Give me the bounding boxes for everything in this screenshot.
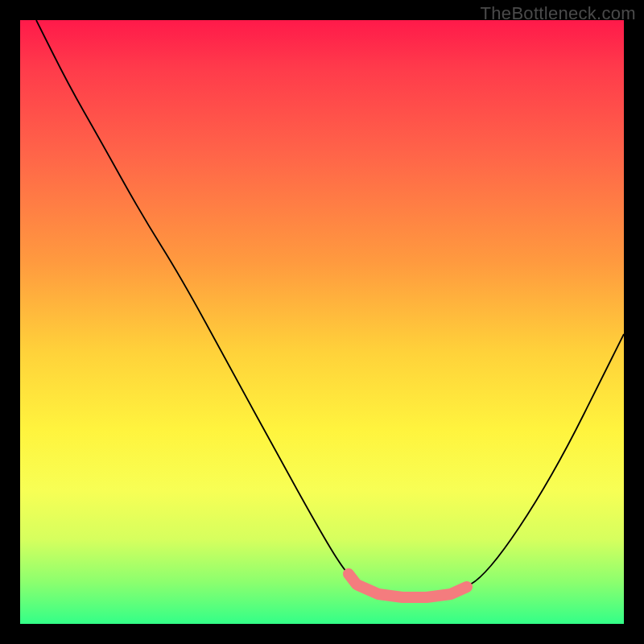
curve-layer (20, 20, 624, 624)
accent-left-dash (349, 574, 357, 584)
chart-stage: TheBottleneck.com (0, 0, 644, 644)
watermark-text: TheBottleneck.com (481, 3, 636, 24)
bottleneck-curve (36, 20, 624, 597)
accent-flat-bottom (358, 585, 467, 597)
plot-area (20, 20, 624, 624)
